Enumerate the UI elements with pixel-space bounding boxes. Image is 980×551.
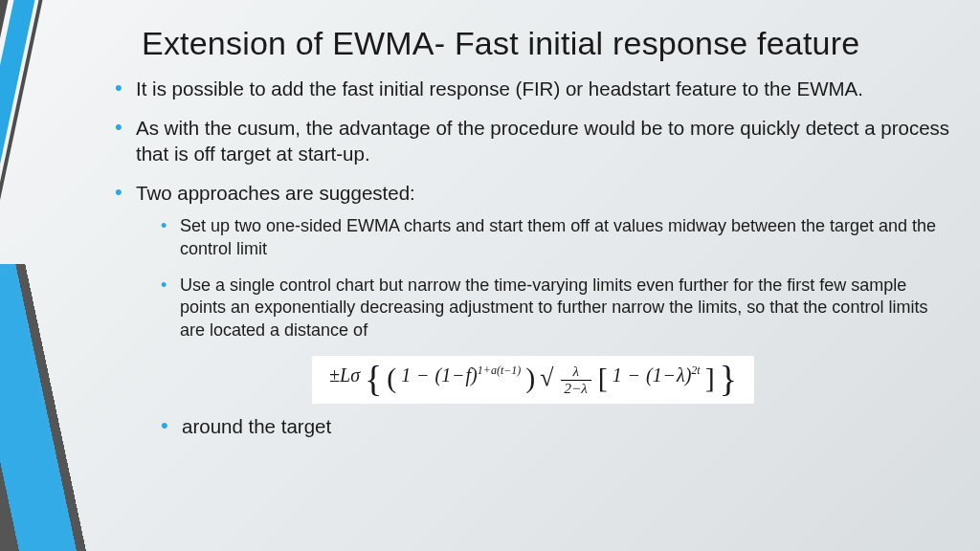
formula: ±Lσ { ( 1 − (1−f)1+a(t−1) ) √ λ 2−λ [ 1 …	[312, 356, 754, 404]
formula-part: 1	[441, 364, 451, 386]
formula-exponent: 1+a(t−1)	[478, 364, 522, 377]
minus-icon: −	[451, 364, 465, 386]
sqrt-icon: √	[540, 364, 553, 391]
fraction-denominator: 2−λ	[561, 381, 591, 396]
formula-exponent: 2t	[691, 364, 700, 377]
formula-part: )	[471, 364, 478, 386]
sub-bullet-list: Set up two one-sided EWMA charts and sta…	[161, 215, 951, 342]
fraction-numerator: λ	[561, 364, 591, 381]
right-bracket-icon: ]	[705, 362, 715, 393]
formula-part: (	[646, 364, 653, 386]
minus-icon: −	[415, 364, 430, 386]
formula-part: 1	[612, 364, 622, 386]
formula-part: λ	[677, 364, 685, 386]
left-bracket-icon: [	[598, 362, 608, 393]
left-brace-icon: {	[365, 368, 382, 390]
bullet-item: around the target	[161, 413, 951, 439]
right-brace-icon: }	[720, 368, 737, 390]
slide-title: Extension of EWMA- Fast initial response…	[142, 25, 951, 62]
bullet-text: Two approaches are suggested:	[136, 182, 415, 204]
formula-part: 1	[653, 364, 662, 386]
fraction: λ 2−λ	[561, 364, 591, 396]
bullet-list-tail: around the target	[161, 413, 951, 439]
left-paren-icon: (	[387, 362, 396, 393]
minus-icon: −	[627, 364, 641, 386]
formula-container: ±Lσ { ( 1 − (1−f)1+a(t−1) ) √ λ 2−λ [ 1 …	[115, 356, 951, 404]
sub-bullet-item: Set up two one-sided EWMA charts and sta…	[161, 215, 951, 261]
minus-icon: −	[662, 364, 677, 386]
formula-lead: ±Lσ	[329, 364, 360, 386]
sub-bullet-item: Use a single control chart but narrow th…	[161, 275, 951, 342]
bullet-item: Two approaches are suggested: Set up two…	[115, 180, 951, 342]
bullet-list: It is possible to add the fast initial r…	[115, 76, 951, 342]
bullet-item: It is possible to add the fast initial r…	[115, 76, 951, 101]
bullet-item: As with the cusum, the advantage of the …	[115, 115, 951, 166]
formula-part: 1	[401, 364, 411, 386]
right-paren-icon: )	[525, 362, 535, 393]
slide-content: Extension of EWMA- Fast initial response…	[115, 19, 951, 532]
